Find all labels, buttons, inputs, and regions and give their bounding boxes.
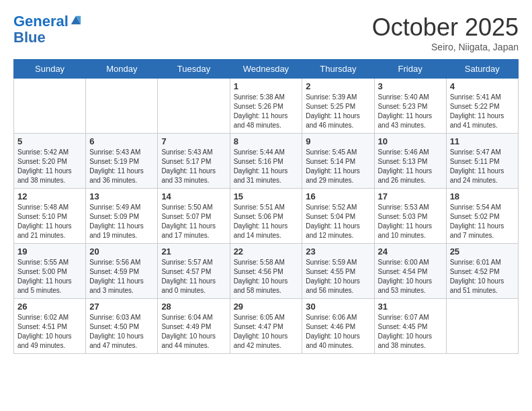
day-number: 11 — [450, 136, 515, 146]
title-block: October 2025 Seiro, Niigata, Japan — [372, 13, 519, 52]
day-info: Sunrise: 6:06 AM Sunset: 4:46 PM Dayligh… — [306, 313, 370, 351]
day-info: Sunrise: 5:45 AM Sunset: 5:14 PM Dayligh… — [306, 148, 370, 185]
calendar-cell: 26Sunrise: 6:02 AM Sunset: 4:51 PM Dayli… — [14, 299, 86, 354]
weekday-header-monday: Monday — [86, 60, 158, 79]
calendar-cell: 11Sunrise: 5:47 AM Sunset: 5:11 PM Dayli… — [446, 134, 518, 189]
day-number: 25 — [450, 246, 515, 257]
weekday-header-saturday: Saturday — [446, 60, 518, 79]
day-info: Sunrise: 6:03 AM Sunset: 4:50 PM Dayligh… — [89, 313, 154, 351]
day-info: Sunrise: 5:48 AM Sunset: 5:10 PM Dayligh… — [17, 203, 82, 240]
day-number: 3 — [378, 81, 443, 91]
calendar-cell: 6Sunrise: 5:43 AM Sunset: 5:19 PM Daylig… — [86, 134, 158, 189]
calendar-cell: 3Sunrise: 5:40 AM Sunset: 5:23 PM Daylig… — [374, 79, 446, 134]
day-number: 21 — [161, 246, 226, 257]
calendar-cell: 28Sunrise: 6:04 AM Sunset: 4:49 PM Dayli… — [158, 299, 230, 354]
calendar-cell: 14Sunrise: 5:50 AM Sunset: 5:07 PM Dayli… — [158, 189, 230, 244]
day-info: Sunrise: 5:42 AM Sunset: 5:20 PM Dayligh… — [17, 148, 82, 185]
calendar-cell: 21Sunrise: 5:57 AM Sunset: 4:57 PM Dayli… — [158, 244, 230, 299]
day-info: Sunrise: 5:51 AM Sunset: 5:06 PM Dayligh… — [234, 203, 299, 240]
day-number: 23 — [306, 246, 370, 257]
calendar-cell — [158, 79, 230, 134]
weekday-header-wednesday: Wednesday — [230, 60, 302, 79]
calendar-cell: 17Sunrise: 5:53 AM Sunset: 5:03 PM Dayli… — [374, 189, 446, 244]
day-number: 20 — [89, 246, 154, 257]
day-number: 19 — [17, 246, 82, 257]
calendar-cell: 13Sunrise: 5:49 AM Sunset: 5:09 PM Dayli… — [86, 189, 158, 244]
day-number: 10 — [378, 136, 443, 146]
day-info: Sunrise: 5:47 AM Sunset: 5:11 PM Dayligh… — [450, 148, 515, 185]
calendar-cell: 10Sunrise: 5:46 AM Sunset: 5:13 PM Dayli… — [374, 134, 446, 189]
day-info: Sunrise: 5:44 AM Sunset: 5:16 PM Dayligh… — [234, 148, 299, 185]
weekday-header-tuesday: Tuesday — [158, 60, 230, 79]
month-title: October 2025 — [372, 13, 519, 42]
day-number: 5 — [17, 136, 82, 146]
day-number: 15 — [234, 191, 299, 201]
calendar-cell: 4Sunrise: 5:41 AM Sunset: 5:22 PM Daylig… — [446, 79, 518, 134]
day-number: 30 — [306, 302, 370, 312]
calendar-cell: 29Sunrise: 6:05 AM Sunset: 4:47 PM Dayli… — [230, 299, 302, 354]
day-number: 26 — [17, 302, 82, 312]
week-row-5: 26Sunrise: 6:02 AM Sunset: 4:51 PM Dayli… — [14, 299, 519, 354]
day-number: 7 — [161, 136, 226, 146]
week-row-4: 19Sunrise: 5:55 AM Sunset: 5:00 PM Dayli… — [14, 244, 519, 299]
calendar-cell: 31Sunrise: 6:07 AM Sunset: 4:45 PM Dayli… — [374, 299, 446, 354]
calendar-cell — [446, 299, 518, 354]
day-info: Sunrise: 5:39 AM Sunset: 5:25 PM Dayligh… — [306, 93, 370, 130]
logo: General Blue — [13, 13, 82, 46]
day-number: 12 — [17, 191, 82, 201]
day-info: Sunrise: 5:49 AM Sunset: 5:09 PM Dayligh… — [89, 203, 154, 240]
day-info: Sunrise: 5:38 AM Sunset: 5:26 PM Dayligh… — [234, 93, 299, 130]
day-info: Sunrise: 6:04 AM Sunset: 4:49 PM Dayligh… — [161, 313, 226, 351]
day-number: 27 — [89, 302, 154, 312]
day-info: Sunrise: 5:54 AM Sunset: 5:02 PM Dayligh… — [450, 203, 515, 240]
calendar-cell: 18Sunrise: 5:54 AM Sunset: 5:02 PM Dayli… — [446, 189, 518, 244]
day-info: Sunrise: 5:58 AM Sunset: 4:56 PM Dayligh… — [234, 258, 299, 295]
calendar-cell: 7Sunrise: 5:43 AM Sunset: 5:17 PM Daylig… — [158, 134, 230, 189]
day-info: Sunrise: 5:46 AM Sunset: 5:13 PM Dayligh… — [378, 148, 443, 185]
day-number: 8 — [234, 136, 299, 146]
day-info: Sunrise: 5:43 AM Sunset: 5:19 PM Dayligh… — [89, 148, 154, 185]
calendar-cell: 24Sunrise: 6:00 AM Sunset: 4:54 PM Dayli… — [374, 244, 446, 299]
location-subtitle: Seiro, Niigata, Japan — [372, 42, 519, 52]
calendar-cell — [14, 79, 86, 134]
day-number: 29 — [234, 302, 299, 312]
calendar-cell: 22Sunrise: 5:58 AM Sunset: 4:56 PM Dayli… — [230, 244, 302, 299]
calendar-table: SundayMondayTuesdayWednesdayThursdayFrid… — [13, 59, 519, 354]
week-row-2: 5Sunrise: 5:42 AM Sunset: 5:20 PM Daylig… — [14, 134, 519, 189]
day-number: 28 — [161, 302, 226, 312]
weekday-header-row: SundayMondayTuesdayWednesdayThursdayFrid… — [14, 60, 519, 79]
weekday-header-sunday: Sunday — [14, 60, 86, 79]
day-number: 18 — [450, 191, 515, 201]
page-header: General Blue October 2025 Seiro, Niigata… — [13, 13, 519, 52]
day-number: 4 — [450, 81, 515, 91]
calendar-cell: 27Sunrise: 6:03 AM Sunset: 4:50 PM Dayli… — [86, 299, 158, 354]
calendar-cell: 19Sunrise: 5:55 AM Sunset: 5:00 PM Dayli… — [14, 244, 86, 299]
day-info: Sunrise: 6:01 AM Sunset: 4:52 PM Dayligh… — [450, 258, 515, 295]
day-number: 14 — [161, 191, 226, 201]
calendar-cell: 15Sunrise: 5:51 AM Sunset: 5:06 PM Dayli… — [230, 189, 302, 244]
day-info: Sunrise: 6:05 AM Sunset: 4:47 PM Dayligh… — [234, 313, 299, 351]
day-info: Sunrise: 5:53 AM Sunset: 5:03 PM Dayligh… — [378, 203, 443, 240]
calendar-cell: 23Sunrise: 5:59 AM Sunset: 4:55 PM Dayli… — [302, 244, 374, 299]
calendar-cell: 8Sunrise: 5:44 AM Sunset: 5:16 PM Daylig… — [230, 134, 302, 189]
day-info: Sunrise: 5:43 AM Sunset: 5:17 PM Dayligh… — [161, 148, 226, 185]
day-info: Sunrise: 5:57 AM Sunset: 4:57 PM Dayligh… — [161, 258, 226, 295]
logo-icon — [70, 14, 82, 26]
calendar-cell: 20Sunrise: 5:56 AM Sunset: 4:59 PM Dayli… — [86, 244, 158, 299]
calendar-cell: 5Sunrise: 5:42 AM Sunset: 5:20 PM Daylig… — [14, 134, 86, 189]
weekday-header-thursday: Thursday — [302, 60, 374, 79]
day-number: 31 — [378, 302, 443, 312]
week-row-1: 1Sunrise: 5:38 AM Sunset: 5:26 PM Daylig… — [14, 79, 519, 134]
day-info: Sunrise: 5:50 AM Sunset: 5:07 PM Dayligh… — [161, 203, 226, 240]
calendar-cell: 25Sunrise: 6:01 AM Sunset: 4:52 PM Dayli… — [446, 244, 518, 299]
logo-text: General — [13, 13, 69, 30]
day-info: Sunrise: 6:02 AM Sunset: 4:51 PM Dayligh… — [17, 313, 82, 351]
calendar-cell — [86, 79, 158, 134]
day-number: 6 — [89, 136, 154, 146]
day-number: 2 — [306, 81, 370, 91]
weekday-header-friday: Friday — [374, 60, 446, 79]
day-info: Sunrise: 6:07 AM Sunset: 4:45 PM Dayligh… — [378, 313, 443, 351]
calendar-cell: 1Sunrise: 5:38 AM Sunset: 5:26 PM Daylig… — [230, 79, 302, 134]
day-number: 22 — [234, 246, 299, 257]
day-info: Sunrise: 5:41 AM Sunset: 5:22 PM Dayligh… — [450, 93, 515, 130]
